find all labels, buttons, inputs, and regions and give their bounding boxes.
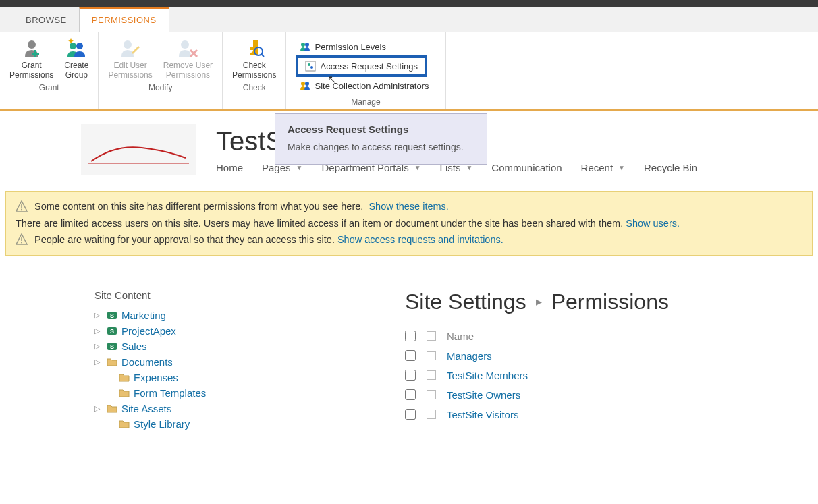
nav-home[interactable]: Home [216, 162, 243, 173]
row-secondary-checkbox[interactable] [427, 390, 436, 399]
tree-item: ▷Site Assets [94, 401, 378, 416]
permission-name-link[interactable]: Managers [447, 350, 492, 362]
row-checkbox[interactable] [405, 350, 416, 361]
ribbon-group-modify-label: Modify [104, 83, 217, 92]
permissions-header-row: Name [405, 327, 805, 346]
breadcrumb-permissions: Permissions [551, 289, 669, 314]
permission-name-link[interactable]: TestSite Visitors [447, 409, 518, 420]
site-content-tree: Site Content ▷SMarketing▷SProjectApex▷SS… [94, 289, 378, 432]
chevron-down-icon: ▼ [618, 164, 625, 171]
tree-title: Site Content [94, 289, 378, 301]
tree-item-label[interactable]: Style Library [134, 418, 190, 430]
nav-recent[interactable]: Recent▼ [581, 162, 625, 173]
warning-text-2: There are limited access users on this s… [16, 218, 623, 229]
permissions-panel: Site Settings ▸ Permissions Name Manager… [405, 289, 805, 432]
show-items-link[interactable]: Show these items. [369, 201, 448, 212]
permission-levels-label: Permission Levels [315, 42, 386, 52]
folder-icon [107, 356, 117, 367]
folder-icon [119, 387, 130, 398]
ribbon-tabs: BROWSE PERMISSIONS [0, 7, 818, 32]
site-collection-admins-button[interactable]: Site Collection Administrators [296, 78, 433, 93]
svg-point-18 [21, 209, 22, 211]
tree-item: Form Templates [94, 385, 378, 401]
tab-browse[interactable]: BROWSE [13, 7, 79, 32]
row-secondary-checkbox[interactable] [427, 410, 436, 419]
svg-text:S: S [110, 343, 114, 350]
row-secondary-checkbox[interactable] [427, 370, 436, 380]
suite-bar [0, 0, 818, 7]
tree-item-label[interactable]: Documents [121, 356, 173, 368]
tree-item-label[interactable]: Expenses [134, 372, 178, 383]
row-checkbox[interactable] [405, 409, 416, 420]
permission-name-link[interactable]: TestSite Members [447, 370, 528, 381]
edit-user-permissions-button[interactable]: Edit User Permissions [104, 36, 156, 82]
nav-recycle-bin[interactable]: Recycle Bin [644, 162, 697, 173]
svg-point-7 [181, 40, 189, 49]
expander-icon[interactable]: ▷ [94, 342, 103, 351]
create-group-label: Create Group [64, 61, 88, 80]
tree-item-label[interactable]: ProjectApex [121, 325, 176, 337]
remove-user-permissions-button[interactable]: Remove User Permissions [159, 36, 217, 82]
sharepoint-icon: S [107, 341, 117, 352]
access-request-settings-button[interactable]: Access Request Settings [296, 55, 427, 77]
edit-user-icon [119, 38, 141, 59]
row-checkbox[interactable] [405, 370, 416, 381]
ribbon-group-check-label: Check [228, 83, 280, 92]
warning-bar: Some content on this site has different … [5, 191, 813, 256]
folder-icon [119, 418, 130, 429]
ribbon: Grant Permissions ✦ Create Group Grant E… [0, 32, 818, 111]
permission-levels-button[interactable]: Permission Levels [296, 39, 390, 54]
svg-point-14 [310, 66, 313, 69]
expander-icon[interactable]: ▷ [94, 404, 103, 413]
svg-rect-12 [306, 61, 315, 71]
tree-item-label[interactable]: Form Templates [134, 387, 206, 399]
tree-item: ▷SProjectApex [94, 323, 378, 339]
expander-icon[interactable]: ▷ [94, 358, 103, 366]
tooltip-body: Make changes to access request settings. [288, 140, 474, 155]
remove-user-label: Remove User Permissions [163, 61, 213, 80]
row-checkbox[interactable] [405, 389, 416, 400]
svg-point-20 [21, 242, 22, 244]
check-permissions-label: Check Permissions [232, 61, 276, 80]
nav-communication[interactable]: Communication [491, 162, 562, 173]
tree-item: Expenses [94, 370, 378, 385]
tree-item-label[interactable]: Sales [121, 341, 147, 352]
remove-user-icon [177, 38, 198, 59]
show-users-link[interactable]: Show users. [626, 218, 680, 229]
grant-permissions-button[interactable]: Grant Permissions [5, 36, 57, 82]
warning-icon [16, 200, 28, 213]
create-group-button[interactable]: ✦ Create Group [60, 36, 92, 82]
breadcrumb-site-settings[interactable]: Site Settings [405, 289, 526, 314]
permission-row: TestSite Owners [405, 385, 805, 405]
permission-name-link[interactable]: TestSite Owners [447, 389, 520, 401]
svg-point-13 [308, 63, 310, 66]
expander-icon[interactable]: ▷ [94, 311, 103, 320]
check-permissions-button[interactable]: Check Permissions [228, 36, 280, 82]
ribbon-group-grant: Grant Permissions ✦ Create Group Grant [0, 32, 99, 109]
warning-icon [16, 233, 28, 246]
folder-icon [119, 372, 130, 383]
select-all-checkbox[interactable] [405, 331, 416, 341]
svg-text:✦: ✦ [67, 38, 74, 46]
column-header-name[interactable]: Name [447, 331, 474, 342]
ribbon-group-grant-label: Grant [5, 83, 92, 92]
tooltip: Access Request Settings Make changes to … [275, 113, 487, 165]
people-icon [300, 41, 310, 52]
expander-icon[interactable]: ▷ [94, 327, 103, 335]
grant-permissions-label: Grant Permissions [9, 61, 53, 80]
show-access-requests-link[interactable]: Show access requests and invitations. [337, 234, 503, 245]
row-secondary-checkbox[interactable] [427, 351, 436, 360]
tab-permissions[interactable]: PERMISSIONS [79, 7, 169, 32]
tree-item-label[interactable]: Site Assets [121, 403, 171, 414]
site-logo[interactable] [81, 124, 196, 175]
main-content: Site Content ▷SMarketing▷SProjectApex▷SS… [0, 256, 818, 445]
admin-icon [300, 80, 310, 91]
permission-row: TestSite Members [405, 366, 805, 385]
breadcrumb: Site Settings ▸ Permissions [405, 289, 805, 314]
edit-user-label: Edit User Permissions [108, 61, 152, 80]
sharepoint-icon: S [107, 310, 117, 320]
sharepoint-icon: S [107, 325, 117, 336]
chevron-down-icon: ▼ [414, 164, 421, 171]
tree-item-label[interactable]: Marketing [121, 310, 166, 321]
column-icon [427, 331, 436, 341]
